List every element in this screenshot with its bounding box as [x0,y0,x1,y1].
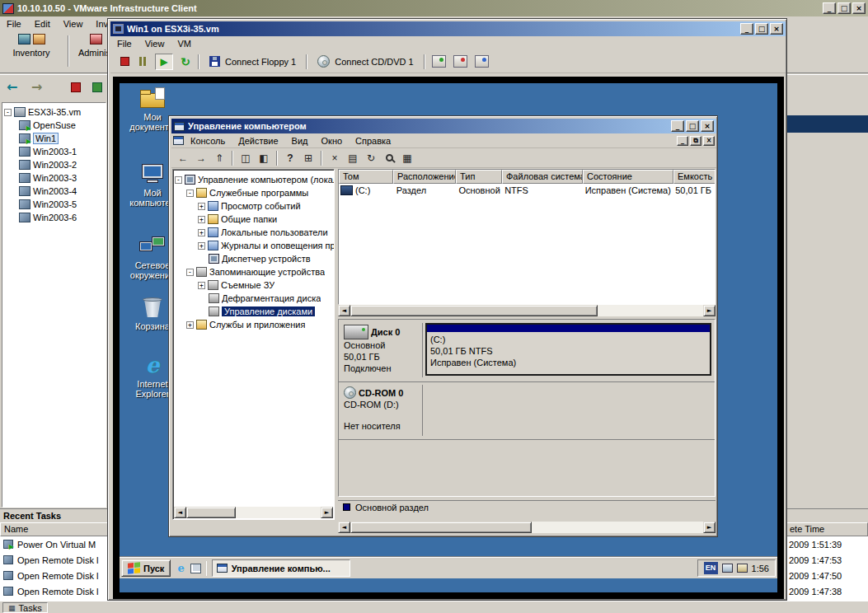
tree-node-vm[interactable]: ▶ OpenSuse [4,119,106,132]
expander-icon[interactable]: - [175,176,182,184]
scroll-left-icon[interactable]: ◄ [174,507,186,518]
column-complete-time[interactable]: ete Time [786,522,868,536]
mmc-maximize-button[interactable]: □ [686,120,699,132]
col-layout[interactable]: Расположение [393,170,456,184]
mmc-node[interactable]: - Служебные программы [175,186,334,199]
power-off-icon[interactable] [71,82,81,92]
vi-menu-file[interactable]: File [0,17,28,30]
expander-icon[interactable]: - [4,109,12,116]
list-pane-icon[interactable]: ◧ [255,150,273,166]
expander-icon[interactable]: + [186,321,194,329]
nav-back-button[interactable]: ← [7,78,17,96]
scroll-thumb[interactable] [350,305,598,316]
vi-menu-edit[interactable]: Edit [28,17,57,30]
mmc-titlebar[interactable]: Управление компьютером _ □ × [171,119,716,133]
back-icon[interactable]: ← [174,150,192,166]
scroll-left-icon[interactable]: ◄ [338,305,350,316]
tree-horizontal-scrollbar[interactable]: ◄ ► [174,507,333,518]
scroll-right-icon[interactable]: ► [703,522,716,533]
vm-menu-view[interactable]: View [138,37,171,50]
vm-minimize-button[interactable]: _ [740,23,753,35]
power-on-icon[interactable] [92,82,102,92]
col-status[interactable]: Состояние [583,170,673,184]
vm-maximize-button[interactable]: □ [755,23,768,35]
up-icon[interactable]: ⇑ [210,150,228,166]
mmc-node[interactable]: + Журналы и оповещения пр [175,239,334,252]
partition-c[interactable]: (C:) 50,01 ГБ NTFS Исправен (Система) [425,323,711,376]
vm-menu-vm[interactable]: VM [171,37,198,50]
scroll-right-icon[interactable]: ► [703,305,716,316]
quicklaunch-ie-icon[interactable]: e [177,562,184,575]
mmc-menu-action[interactable]: Действие [232,134,284,147]
tree-node-vm[interactable]: Win2003-6 [4,211,106,224]
language-indicator[interactable]: EN [704,562,718,574]
scroll-thumb[interactable] [350,522,532,533]
mmc-menu-console[interactable]: Консоль [184,134,232,147]
cdrom-info-cell[interactable]: CD-ROM 0 CD-ROM (D:) Нет носителя [340,385,423,436]
list-horizontal-scrollbar[interactable]: ◄ ► [338,305,716,316]
vi-maximize-button[interactable]: □ [838,2,851,14]
mmc-node[interactable]: + Съемные ЗУ [175,278,334,292]
mmc-close-button[interactable]: × [701,120,714,132]
expander-icon[interactable]: + [198,216,205,223]
mdi-close-button[interactable]: × [703,136,715,146]
connect-cd-button[interactable]: Connect CD/DVD 1 [311,55,420,68]
expander-icon[interactable]: - [186,269,194,276]
tree-node-vm[interactable]: Win2003-3 [4,171,106,185]
mdi-minimize-button[interactable]: _ [677,136,688,146]
expander-icon[interactable]: + [198,229,205,236]
vi-titlebar[interactable]: 10.10.10.50 - VMware Infrastructure Clie… [0,0,868,16]
vm-stop-button[interactable] [115,54,134,70]
mmc-minimize-button[interactable]: _ [671,120,684,132]
mmc-menu-help[interactable]: Справка [349,134,397,147]
tree-node-vm[interactable]: Win2003-1 [4,145,106,158]
vm-pause-button[interactable] [134,54,152,70]
mmc-node[interactable]: + Локальные пользователи [175,226,334,239]
vi-minimize-button[interactable]: _ [823,2,836,14]
mmc-node[interactable]: - Управление компьютером (локал [175,173,334,186]
mmc-node[interactable]: + Просмотр событий [175,199,334,213]
vm-play-button[interactable]: ▶ [155,54,173,70]
expander-icon[interactable]: + [198,242,205,250]
mmc-node-selected[interactable]: Управление дисками [175,305,334,318]
mdi-restore-button[interactable]: ⧉ [690,136,701,146]
snapshot-manager-button[interactable] [472,54,493,70]
scroll-left-icon[interactable]: ◄ [338,522,350,533]
start-button[interactable]: Пуск [121,559,171,577]
scroll-thumb[interactable] [186,507,236,518]
snapshot-take-button[interactable] [429,54,450,70]
vm-menu-file[interactable]: File [110,37,138,50]
quicklaunch-desktop-icon[interactable] [190,564,201,573]
refresh-icon[interactable]: ↻ [362,150,380,166]
tree-node-vm[interactable]: ▶ Win1 [4,132,106,145]
col-filesystem[interactable]: Файловая система [502,170,583,184]
snapshot-revert-button[interactable] [450,54,472,70]
connect-floppy-button[interactable]: Connect Floppy 1 [203,56,303,67]
tasks-panel-button[interactable]: ▦ Tasks [2,602,48,613]
help-icon[interactable]: ? [281,150,299,166]
guest-screen[interactable]: Мои документы Мой компьютер Сетевое окру… [120,83,777,592]
expander-icon[interactable]: + [198,203,205,210]
properties-icon[interactable]: ▤ [344,150,362,166]
vi-menu-view[interactable]: View [57,17,90,30]
show-tree-icon[interactable]: ◫ [237,150,255,166]
mmc-node[interactable]: Диспетчер устройств [175,252,334,265]
search-icon[interactable] [380,150,398,166]
chart-icon[interactable]: ▦ [398,150,416,166]
col-type[interactable]: Тип [456,170,502,184]
tray-tools-icon[interactable] [737,564,748,573]
mmc-menu-view[interactable]: Вид [285,134,315,147]
mmc-node[interactable]: + Службы и приложения [175,318,334,331]
volume-row[interactable]: (C:) Раздел Основной NTFS Исправен (Сист… [339,184,715,197]
mmc-node[interactable]: Дефрагментация диска [175,292,334,305]
vm-titlebar[interactable]: Win1 on ESX3i-35.vm _ □ × [110,21,786,36]
expander-icon[interactable]: - [186,190,194,197]
bottom-horizontal-scrollbar[interactable]: ◄ ► [338,522,716,533]
inventory-button[interactable]: Inventory [5,34,58,58]
scroll-right-icon[interactable]: ► [321,507,333,518]
vm-close-button[interactable]: × [770,23,783,35]
taskbar-task-button[interactable]: Управление компью... [212,559,350,577]
vm-reset-button[interactable]: ↻ [176,54,195,70]
mmc-menu-window[interactable]: Окно [315,134,350,147]
vi-close-button[interactable]: × [852,2,866,14]
